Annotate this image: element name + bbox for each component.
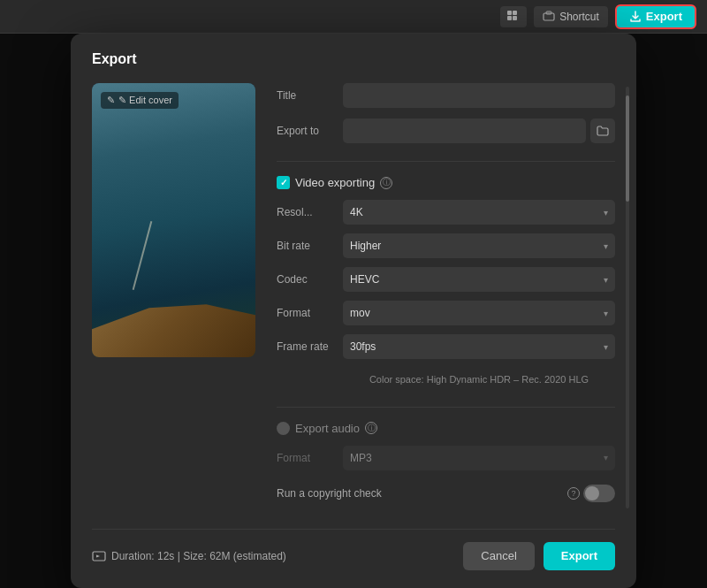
copyright-toggle-area: ? bbox=[567, 485, 615, 502]
video-section-header: Video exporting ⓘ bbox=[277, 176, 615, 189]
scroll-thumb[interactable] bbox=[626, 95, 629, 202]
format-chevron: ▾ bbox=[604, 309, 608, 318]
copyright-label: Run a copyright check bbox=[277, 487, 567, 500]
shortcut-label: Shortcut bbox=[559, 11, 599, 23]
cover-section: ✎ ✎ Edit cover bbox=[92, 83, 255, 510]
svg-rect-1 bbox=[513, 11, 517, 15]
divider-2 bbox=[277, 407, 615, 408]
format-select[interactable]: mov ▾ bbox=[343, 301, 615, 325]
scroll-track bbox=[626, 87, 629, 508]
framerate-value: 30fps bbox=[350, 340, 376, 353]
export-to-label: Export to bbox=[277, 125, 343, 137]
framerate-row: Frame rate 30fps ▾ bbox=[277, 334, 615, 359]
format-value: mov bbox=[350, 307, 370, 319]
title-input[interactable] bbox=[343, 83, 615, 108]
dialog-overlay: Export ✎ ✎ Edit cover bbox=[0, 34, 707, 588]
format-row: Format mov ▾ bbox=[277, 301, 615, 325]
bitrate-value: Higher bbox=[350, 240, 381, 252]
folder-browse-button[interactable] bbox=[590, 118, 615, 143]
dialog-footer: Duration: 12s | Size: 62M (estimated) Ca… bbox=[92, 529, 615, 570]
edit-cover-button[interactable]: ✎ ✎ Edit cover bbox=[101, 92, 179, 109]
audio-format-label: Format bbox=[277, 452, 343, 464]
format-label: Format bbox=[277, 307, 343, 319]
video-section-title: Video exporting bbox=[295, 176, 375, 189]
resolution-label: Resol... bbox=[277, 206, 343, 218]
duration-text: Duration: 12s | Size: 62M (estimated) bbox=[111, 550, 286, 562]
footer-buttons: Cancel Export bbox=[463, 542, 615, 570]
title-row: Title bbox=[277, 83, 615, 108]
framerate-chevron: ▾ bbox=[604, 342, 608, 352]
export-to-field bbox=[343, 118, 615, 143]
form-section: Title Export to bbox=[277, 83, 615, 510]
video-info-icon[interactable]: ⓘ bbox=[380, 177, 392, 189]
resolution-chevron: ▾ bbox=[604, 208, 608, 218]
grid-button[interactable] bbox=[500, 6, 527, 27]
boat bbox=[92, 286, 255, 357]
resolution-row: Resol... 4K ▾ bbox=[277, 200, 615, 225]
export-to-row: Export to bbox=[277, 118, 615, 143]
resolution-value: 4K bbox=[350, 206, 363, 218]
audio-format-select[interactable]: MP3 ▾ bbox=[343, 446, 615, 470]
fishing-line bbox=[132, 221, 152, 290]
dialog-title: Export bbox=[92, 51, 615, 67]
divider-1 bbox=[277, 161, 615, 162]
codec-value: HEVC bbox=[350, 273, 379, 286]
audio-section-title: Export audio bbox=[295, 422, 360, 435]
video-export-checkbox[interactable] bbox=[277, 176, 290, 189]
codec-row: Codec HEVC ▾ bbox=[277, 267, 615, 292]
topbar-export-label: Export bbox=[646, 10, 682, 23]
topbar: Shortcut Export bbox=[0, 0, 707, 34]
copyright-info-icon[interactable]: ? bbox=[567, 487, 580, 500]
export-dialog: Export ✎ ✎ Edit cover bbox=[71, 34, 636, 587]
bitrate-label: Bit rate bbox=[277, 240, 343, 252]
copyright-toggle[interactable] bbox=[583, 485, 615, 502]
audio-info-icon[interactable]: ⓘ bbox=[365, 422, 377, 434]
codec-chevron: ▾ bbox=[604, 275, 608, 285]
bitrate-row: Bit rate Higher ▾ bbox=[277, 233, 615, 258]
shortcut-button[interactable]: Shortcut bbox=[534, 6, 608, 27]
svg-rect-3 bbox=[513, 16, 517, 20]
audio-format-value: MP3 bbox=[350, 452, 372, 464]
resolution-select[interactable]: 4K ▾ bbox=[343, 200, 615, 225]
cancel-button[interactable]: Cancel bbox=[463, 542, 534, 570]
codec-select[interactable]: HEVC ▾ bbox=[343, 267, 615, 292]
bitrate-select[interactable]: Higher ▾ bbox=[343, 233, 615, 258]
copyright-toggle-thumb bbox=[585, 486, 599, 500]
color-space-note: Color space: High Dynamic HDR – Rec. 202… bbox=[343, 373, 615, 386]
framerate-label: Frame rate bbox=[277, 340, 343, 353]
bitrate-chevron: ▾ bbox=[604, 241, 608, 251]
svg-rect-2 bbox=[507, 16, 512, 20]
export-path-input[interactable] bbox=[343, 118, 586, 143]
framerate-select[interactable]: 30fps ▾ bbox=[343, 334, 615, 359]
svg-rect-0 bbox=[507, 11, 512, 15]
duration-info: Duration: 12s | Size: 62M (estimated) bbox=[92, 550, 286, 562]
audio-format-chevron: ▾ bbox=[604, 453, 608, 462]
audio-section-header: Export audio ⓘ bbox=[277, 422, 615, 435]
ocean-background bbox=[92, 83, 255, 357]
topbar-export-button[interactable]: Export bbox=[615, 4, 696, 29]
edit-cover-label: ✎ Edit cover bbox=[118, 95, 172, 106]
audio-export-toggle[interactable] bbox=[277, 422, 290, 435]
title-label: Title bbox=[277, 89, 343, 102]
export-button[interactable]: Export bbox=[544, 542, 615, 570]
audio-format-row: Format MP3 ▾ bbox=[277, 446, 615, 470]
cover-preview: ✎ ✎ Edit cover bbox=[92, 83, 255, 357]
codec-label: Codec bbox=[277, 273, 343, 286]
edit-cover-icon: ✎ bbox=[107, 95, 115, 106]
dialog-body: ✎ ✎ Edit cover Title Export to bbox=[92, 83, 615, 510]
copyright-row: Run a copyright check ? bbox=[277, 485, 615, 502]
